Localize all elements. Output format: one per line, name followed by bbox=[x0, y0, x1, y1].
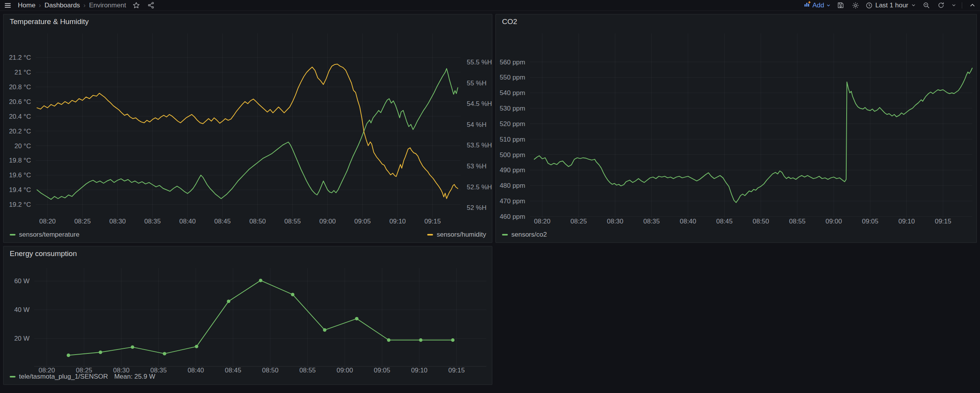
series-point bbox=[99, 350, 102, 354]
refresh-icon[interactable] bbox=[936, 1, 945, 10]
save-dashboard-icon[interactable] bbox=[836, 1, 845, 10]
y-axis-tick-label: 20.8 °C bbox=[9, 83, 31, 91]
star-icon[interactable] bbox=[131, 1, 141, 10]
y-axis-tick-label: 19.4 °C bbox=[9, 186, 31, 194]
chevron-down-icon bbox=[826, 3, 831, 8]
clock-icon bbox=[866, 2, 873, 9]
legend-label: sensors/humidity bbox=[437, 231, 486, 239]
legend-swatch bbox=[10, 376, 16, 377]
y-axis-tick-label: 530 ppm bbox=[500, 105, 525, 112]
series-point bbox=[259, 279, 262, 282]
menu-icon[interactable] bbox=[3, 1, 12, 10]
x-axis-tick-label: 09:15 bbox=[935, 218, 951, 225]
y-axis-tick-label: 19.2 °C bbox=[9, 201, 31, 208]
breadcrumb-item-home[interactable]: Home bbox=[18, 2, 35, 9]
zoom-out-icon[interactable] bbox=[921, 1, 931, 10]
right-y-axis-tick-label: 53.5 %H bbox=[467, 142, 492, 149]
y-axis-tick-label: 540 ppm bbox=[500, 89, 525, 97]
share-icon[interactable] bbox=[146, 1, 155, 10]
right-y-axis-tick-label: 54 %H bbox=[467, 121, 487, 128]
panel-co2: CO2 08:2008:2508:3008:3508:4008:4508:500… bbox=[495, 14, 977, 243]
y-axis-tick-label: 560 ppm bbox=[500, 59, 525, 66]
series-line-tele-tasmota-plug-1-sensor bbox=[68, 280, 453, 355]
right-y-axis-tick-label: 52 %H bbox=[467, 204, 487, 211]
legend-label: sensors/temperature bbox=[19, 231, 79, 239]
right-y-axis-tick-label: 55 %H bbox=[467, 80, 487, 87]
y-axis-tick-label: 460 ppm bbox=[500, 213, 525, 220]
right-y-axis-tick-label: 54.5 %H bbox=[467, 100, 492, 107]
breadcrumb-item-dashboards[interactable]: Dashboards bbox=[45, 2, 80, 9]
legend-swatch bbox=[427, 234, 433, 235]
y-axis-tick-label: 60 W bbox=[14, 277, 29, 285]
series-point bbox=[355, 317, 359, 320]
series-line-sensors-humidity bbox=[37, 64, 458, 199]
y-axis-tick-label: 20 W bbox=[14, 335, 29, 342]
x-axis-tick-label: 09:10 bbox=[389, 218, 405, 225]
panel-title[interactable]: Energy consumption bbox=[10, 249, 77, 258]
legend: sensors/co2 bbox=[502, 231, 971, 239]
top-bar: Home›Dashboards›Environment Add bbox=[0, 0, 980, 11]
x-axis-tick-label: 08:20 bbox=[39, 218, 55, 225]
x-axis-tick-label: 08:20 bbox=[534, 218, 550, 225]
breadcrumb: Home›Dashboards›Environment bbox=[18, 2, 126, 9]
collapse-up-icon[interactable] bbox=[968, 1, 977, 10]
x-axis-tick-label: 08:50 bbox=[249, 218, 266, 225]
y-axis-tick-label: 520 ppm bbox=[500, 120, 525, 128]
legend-label: sensors/co2 bbox=[511, 231, 547, 239]
time-range-label: Last 1 hour bbox=[875, 2, 908, 9]
legend-swatch bbox=[10, 234, 16, 235]
add-button[interactable]: Add bbox=[804, 1, 831, 10]
breadcrumb-item-environment[interactable]: Environment bbox=[89, 2, 126, 9]
y-axis-tick-label: 19.6 °C bbox=[9, 171, 31, 179]
x-axis-tick-label: 09:15 bbox=[424, 218, 441, 225]
y-axis-tick-label: 500 ppm bbox=[500, 151, 525, 159]
panel-energy-consumption: Energy consumption 08:2008:2508:3008:350… bbox=[3, 246, 492, 385]
y-axis-tick-label: 19.8 °C bbox=[9, 157, 31, 164]
series-point bbox=[387, 338, 390, 342]
y-axis-tick-label: 480 ppm bbox=[500, 182, 525, 189]
x-axis-tick-label: 09:00 bbox=[826, 218, 842, 225]
breadcrumb-separator: › bbox=[39, 2, 41, 9]
series-line-sensors-temperature bbox=[37, 69, 458, 199]
series-point bbox=[67, 353, 70, 357]
y-axis-tick-label: 40 W bbox=[14, 306, 29, 313]
legend-item[interactable]: tele/tasmota_plug_1/SENSORMean: 25.9 W bbox=[10, 373, 155, 381]
panel-temperature-humidity: Temperature & Humidity 08:2008:2508:3008… bbox=[3, 14, 492, 243]
x-axis-tick-label: 08:35 bbox=[144, 218, 160, 225]
x-axis-tick-label: 08:40 bbox=[680, 218, 696, 225]
series-point bbox=[291, 293, 294, 296]
grafana-dashboard: Home›Dashboards›Environment Add bbox=[0, 0, 980, 393]
panel-title[interactable]: Temperature & Humidity bbox=[10, 17, 89, 26]
series-point bbox=[227, 300, 230, 303]
x-axis-tick-label: 09:05 bbox=[354, 218, 371, 225]
legend-item[interactable]: sensors/co2 bbox=[502, 231, 547, 239]
y-axis-tick-label: 550 ppm bbox=[500, 74, 525, 81]
y-axis-tick-label: 20.6 °C bbox=[9, 98, 31, 106]
legend: tele/tasmota_plug_1/SENSORMean: 25.9 W bbox=[10, 373, 486, 381]
y-axis-tick-label: 490 ppm bbox=[500, 166, 525, 174]
x-axis-tick-label: 08:30 bbox=[109, 218, 126, 225]
toolbar-divider bbox=[962, 2, 962, 9]
series-point bbox=[419, 338, 423, 342]
settings-icon[interactable] bbox=[851, 1, 860, 10]
co2-chart[interactable]: 08:2008:2508:3008:3508:4008:4508:5008:55… bbox=[496, 14, 977, 242]
x-axis-tick-label: 08:35 bbox=[644, 218, 660, 225]
energy-consumption-chart[interactable]: 08:2008:2508:3008:3508:4008:4508:5008:55… bbox=[3, 246, 492, 384]
panel-title[interactable]: CO2 bbox=[502, 17, 517, 26]
x-axis-tick-label: 09:00 bbox=[319, 218, 336, 225]
refresh-interval-dropdown[interactable] bbox=[951, 1, 956, 10]
legend-label: tele/tasmota_plug_1/SENSOR bbox=[19, 373, 108, 381]
x-axis-tick-label: 08:55 bbox=[789, 218, 806, 225]
x-axis-tick-label: 09:05 bbox=[862, 218, 878, 225]
breadcrumb-separator: › bbox=[83, 2, 85, 9]
legend: sensors/temperaturesensors/humidity bbox=[10, 231, 486, 239]
y-axis-tick-label: 21.2 °C bbox=[9, 54, 31, 61]
legend-item[interactable]: sensors/temperature bbox=[10, 231, 79, 239]
temperature-humidity-chart[interactable]: 08:2008:2508:3008:3508:4008:4508:5008:55… bbox=[3, 14, 492, 242]
y-axis-tick-label: 20.2 °C bbox=[9, 128, 31, 135]
legend-item[interactable]: sensors/humidity bbox=[427, 231, 486, 239]
time-range-picker[interactable]: Last 1 hour bbox=[866, 2, 916, 9]
add-button-label: Add bbox=[813, 2, 824, 9]
y-axis-tick-label: 510 ppm bbox=[500, 136, 525, 143]
x-axis-tick-label: 08:45 bbox=[716, 218, 733, 225]
